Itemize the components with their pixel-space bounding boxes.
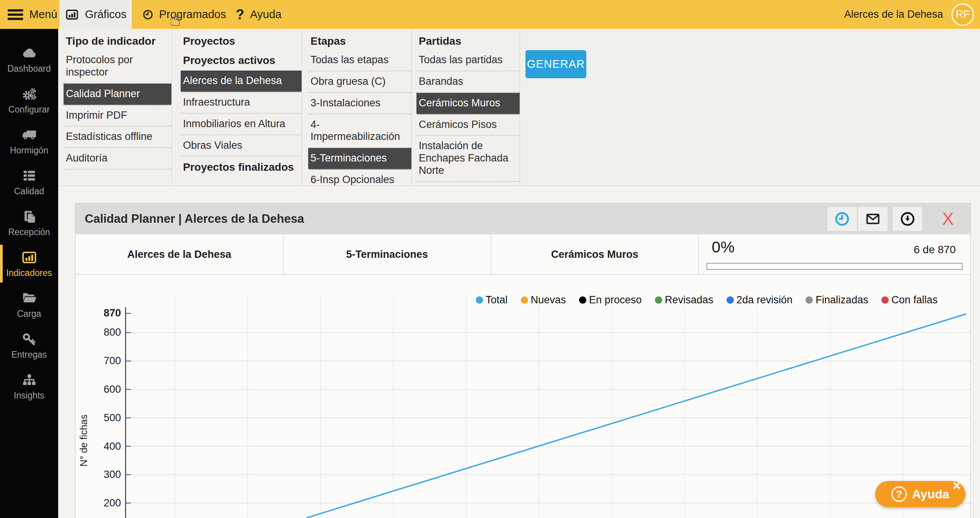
key-icon (20, 331, 38, 347)
list-icon (20, 168, 38, 184)
summary-stage: 5-Terminaciones (284, 234, 492, 274)
sidebar: Dashboard Configurar Hormigón Calidad (0, 29, 58, 518)
filter-column-title: Proyectos (183, 35, 299, 47)
legend-item-finalizadas[interactable]: Finalizadas (805, 294, 868, 306)
summary-project: Alerces de la Dehesa (76, 234, 284, 274)
sidebar-item-indicadores[interactable]: Indicadores (0, 243, 58, 284)
filter-option-selected[interactable]: Calidad Planner (64, 84, 171, 105)
filter-option-selected[interactable]: Alerces de la Dehesa (181, 71, 302, 92)
tab-graficos[interactable]: Gráficos (59, 0, 132, 29)
user-avatar[interactable]: RF (951, 3, 974, 26)
tab-ayuda[interactable]: ? Ayuda (236, 0, 290, 29)
legend-dot (521, 296, 528, 304)
y-tick: 700 (76, 355, 121, 367)
tab-ayuda-label: Ayuda (250, 8, 282, 21)
email-button[interactable] (858, 207, 888, 231)
sidebar-item-recepcion[interactable]: Recepción (0, 202, 58, 243)
panel-title: Calidad Planner | Alerces de la Dehesa (76, 212, 304, 226)
y-tick: 600 (76, 383, 121, 395)
sidebar-item-entregas[interactable]: Entregas (0, 325, 58, 366)
filter-option[interactable]: Barandas (416, 71, 520, 93)
summary-partida: Cerámicos Muros (491, 234, 699, 274)
mouse-cursor-icon: ☝ (169, 8, 181, 30)
sidebar-item-carga[interactable]: Carga (0, 284, 58, 325)
panel-close-button[interactable]: X (935, 207, 962, 231)
y-tick: 200 (76, 497, 121, 509)
legend-item-total[interactable]: Total (476, 294, 508, 306)
legend-item-2da-revision[interactable]: 2da revisión (727, 294, 793, 306)
filter-option[interactable]: Auditoría (64, 148, 171, 170)
legend-item-revisadas[interactable]: Revisadas (655, 294, 713, 306)
y-tick: 800 (76, 326, 121, 338)
clock-icon (143, 7, 153, 22)
filter-option[interactable]: Obras Viales (181, 135, 302, 157)
bar-chart-icon (20, 249, 38, 266)
truck-icon (20, 127, 38, 143)
sidebar-item-configurar[interactable]: Configurar (0, 80, 58, 121)
summary-row: Alerces de la Dehesa 5-Terminaciones Cer… (76, 234, 970, 275)
filter-column-etapas: Etapas Todas las etapas Obra gruesa (C) … (308, 29, 412, 186)
filter-option[interactable]: 4-Impermeabilización (308, 114, 411, 148)
chart-legend: Total Nuevas En proceso Revisadas 2da re… (476, 294, 938, 306)
legend-dot (655, 296, 662, 304)
documents-icon (20, 209, 38, 225)
menu-button[interactable]: Menú (8, 0, 57, 29)
legend-dot (579, 296, 586, 304)
sidebar-item-dashboard[interactable]: Dashboard (0, 39, 58, 80)
y-axis-label: N° de fichas (78, 398, 90, 483)
progress-count: 6 de 870 (914, 244, 956, 256)
filter-column-title: Tipo de indicador (66, 35, 169, 47)
history-clock-icon (834, 211, 850, 227)
filter-option[interactable]: 3-Instalaciones (308, 93, 411, 114)
filter-option[interactable]: Estadísticas offline (64, 126, 171, 148)
sitemap-icon (20, 372, 38, 388)
legend-item-en-proceso[interactable]: En proceso (579, 294, 642, 306)
download-button[interactable] (893, 207, 922, 231)
gears-icon (20, 86, 38, 102)
filter-option[interactable]: Todas las partidas (416, 50, 520, 71)
line-chart: 870 800 700 600 500 400 300 200 N° de fi… (76, 275, 970, 518)
question-icon: ? (236, 7, 244, 23)
y-tick: 870 (76, 307, 121, 319)
top-bar: Menú Gráficos Programados ? Ayuda ☝ Aler… (0, 0, 980, 29)
generar-button[interactable]: GENERAR (525, 50, 586, 78)
tab-graficos-label: Gráficos (85, 8, 127, 21)
filter-option[interactable]: Instalación de Enchapes Fachada Norte (416, 136, 520, 182)
filter-column-title: Partidas (419, 35, 517, 47)
history-button[interactable] (827, 207, 857, 231)
sidebar-item-insights[interactable]: Insights (0, 366, 58, 407)
filter-option-selected[interactable]: Cerámicos Muros (416, 93, 520, 114)
legend-item-nuevas[interactable]: Nuevas (521, 294, 566, 306)
folder-icon (20, 290, 38, 306)
filter-option[interactable]: 6-Insp Opcionales (308, 170, 411, 186)
filter-option[interactable]: Imprimir PDF (64, 105, 171, 127)
filter-column-title: Etapas (310, 35, 409, 47)
filter-group-label: Proyectos activos (181, 50, 302, 71)
filter-option-selected[interactable]: 5-Terminaciones (308, 148, 411, 170)
legend-dot (881, 296, 889, 304)
filter-bar: Tipo de indicador Protocolos por inspect… (58, 29, 980, 186)
chart-plot (76, 275, 970, 518)
report-panel: Calidad Planner | Alerces de la Dehesa X… (75, 203, 971, 518)
progress-percent: 0% (712, 238, 735, 256)
filter-option[interactable]: Obra gruesa (C) (308, 71, 411, 93)
legend-dot (476, 296, 483, 304)
sidebar-item-calidad[interactable]: Calidad (0, 161, 58, 202)
menu-label: Menú (29, 8, 57, 21)
filter-option[interactable]: Cerámicos Pisos (416, 114, 520, 136)
tab-programados[interactable]: Programados (139, 0, 226, 29)
filter-option[interactable]: Inmobiliarios en Altura (181, 114, 302, 135)
summary-progress-cell: 0% 6 de 870 (699, 234, 970, 274)
filter-group-label: Proyectos finalizados (181, 156, 302, 177)
filter-option[interactable]: Todas las etapas (308, 50, 411, 71)
account-project-label: Alerces de la Dehesa (844, 8, 943, 20)
mail-icon (865, 211, 881, 227)
legend-dot (805, 296, 813, 304)
help-floating-button[interactable]: ? Ayuda × (875, 481, 965, 507)
legend-item-con-fallas[interactable]: Con fallas (881, 294, 938, 306)
sidebar-item-hormigon[interactable]: Hormigón (0, 121, 58, 161)
filter-option[interactable]: Protocolos por inspector (64, 50, 171, 84)
help-close-icon[interactable]: × (953, 479, 961, 493)
legend-dot (727, 296, 734, 304)
filter-option[interactable]: Infraestructura (181, 92, 302, 114)
